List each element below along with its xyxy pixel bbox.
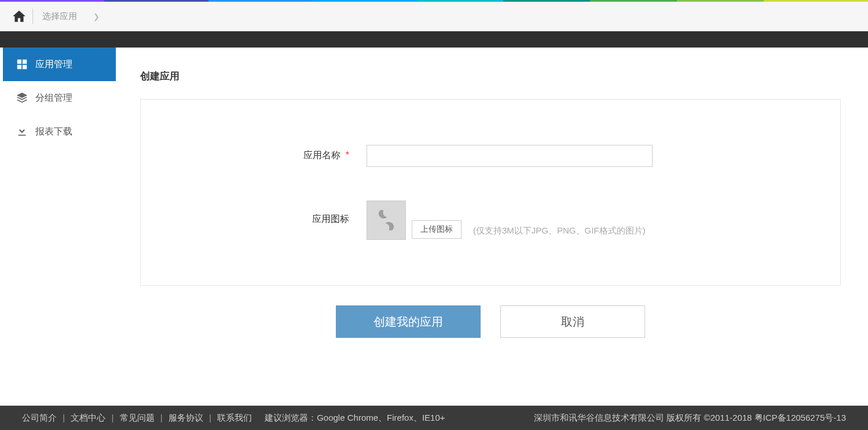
required-asterisk: * [346,150,349,160]
main-area: 应用管理 分组管理 报表下载 创建应用 应用名称 * [3,48,865,406]
breadcrumb-current[interactable]: 选择应用 [42,11,77,22]
placeholder-icon [373,207,399,233]
home-icon[interactable] [12,9,27,24]
icon-preview [367,201,406,240]
grid-icon [16,58,28,71]
form-row-app-name: 应用名称 * [164,145,817,167]
svg-rect-1 [23,60,27,64]
button-row: 创建我的应用 取消 [140,305,841,338]
footer-link-docs[interactable]: 文档中心 [71,413,105,422]
chevron-right-icon: ❯ [93,12,100,21]
footer-links: 公司简介 | 文档中心 | 常见问题 | 服务协议 | 联系我们 建议浏览器：G… [22,413,445,424]
divider [32,9,33,24]
footer-link-faq[interactable]: 常见问题 [120,413,155,422]
upload-hint: (仅支持3M以下JPG、PNG、GIF格式的图片) [473,225,646,236]
upload-icon-button[interactable]: 上传图标 [412,220,462,239]
sidebar-item-report-download[interactable]: 报表下载 [3,115,116,148]
separator: | [111,413,113,422]
footer-link-contact[interactable]: 联系我们 [217,413,252,422]
svg-rect-0 [17,60,21,64]
content: 创建应用 应用名称 * 应用图标 [116,48,865,406]
app-icon-label: 应用图标 [164,201,367,225]
svg-rect-2 [17,65,21,69]
footer: 公司简介 | 文档中心 | 常见问题 | 服务协议 | 联系我们 建议浏览器：G… [0,406,868,430]
footer-link-tos[interactable]: 服务协议 [169,413,203,422]
dark-bar [0,31,868,48]
sidebar: 应用管理 分组管理 报表下载 [3,48,116,406]
layers-icon [16,92,28,104]
app-name-input[interactable] [367,145,653,167]
label-text: 应用图标 [312,214,349,224]
svg-rect-3 [23,65,27,69]
breadcrumb-bar: 选择应用 ❯ [0,2,868,31]
app-name-label: 应用名称 * [164,145,367,162]
browser-recommendation: 建议浏览器：Google Chrome、Firefox、IE10+ [265,413,445,422]
cancel-button[interactable]: 取消 [500,305,645,338]
page-title: 创建应用 [140,70,841,83]
sidebar-item-app-manage[interactable]: 应用管理 [3,48,116,81]
copyright: 深圳市和讯华谷信息技术有限公司 版权所有 ©2011-2018 粤ICP备120… [534,413,846,424]
footer-right: 深圳市和讯华谷信息技术有限公司 版权所有 ©2011-2018 粤ICP备120… [534,413,846,424]
separator: | [160,413,163,422]
sidebar-item-label: 应用管理 [35,59,72,71]
form-row-app-icon: 应用图标 上传图标 (仅支持3M以下JPG、PNG、GIF格式的图片) [164,201,817,240]
download-icon [16,125,28,138]
form-panel: 应用名称 * 应用图标 上传图标 [140,99,841,286]
label-text: 应用名称 [303,150,340,160]
separator: | [209,413,211,422]
sidebar-item-group-manage[interactable]: 分组管理 [3,81,116,115]
sidebar-item-label: 分组管理 [35,92,72,104]
footer-link-about[interactable]: 公司简介 [22,413,57,422]
separator: | [63,413,65,422]
sidebar-item-label: 报表下载 [35,126,72,138]
create-app-button[interactable]: 创建我的应用 [336,305,481,338]
